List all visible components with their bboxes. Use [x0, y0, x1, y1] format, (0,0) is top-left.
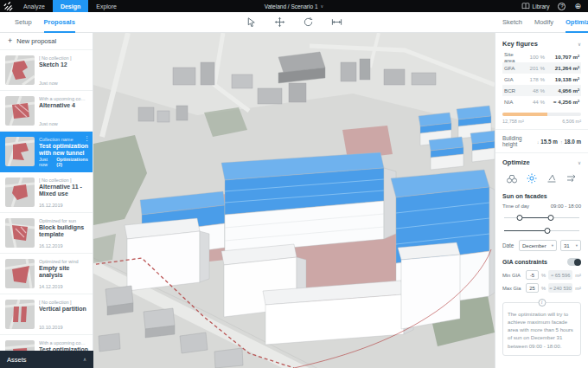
key-figure-row-nia: NIA 44 % ≈ 4,256 m²	[502, 96, 581, 107]
project-title: Vateland / Scenario 1	[265, 3, 318, 10]
nav-analyze[interactable]: Analyze	[16, 0, 53, 12]
time-range-handle-end[interactable]	[547, 215, 553, 221]
main-nav: Analyze Design Explore	[16, 0, 125, 12]
proposal-card-alternative-11[interactable]: [ No collection ] Alternative 11 - Mixed…	[0, 172, 93, 213]
move-icon[interactable]	[274, 16, 285, 28]
card-collection: With a upcoming comme...	[39, 96, 89, 101]
date-slider[interactable]	[504, 226, 579, 235]
toolbar: Setup Proposals Sketch Modify Optimize	[0, 12, 588, 33]
min-gia-row: Min GIA -5 % ≈ 65 596 m²	[502, 270, 581, 280]
progress-left-value: 12,758 m²	[502, 119, 524, 124]
key-figures-header[interactable]: Key figures ∨	[502, 40, 581, 48]
proposal-card-empty-site[interactable]: Optimized for wind Empty site analysis 1…	[0, 254, 93, 294]
optimize-title: Optimize	[502, 158, 530, 166]
card-collection: Collection name	[39, 137, 89, 142]
viewport-3d[interactable]	[93, 33, 495, 368]
topbar-right: Library ? ⊕	[521, 2, 588, 10]
viewport-tools	[93, 12, 495, 32]
project-title-dropdown[interactable]: Vateland / Scenario 1 ∨	[265, 3, 323, 10]
card-meta: 16.12.2019	[39, 203, 63, 208]
book-icon	[521, 2, 530, 10]
proposal-thumbnail	[5, 55, 35, 85]
optimizations-badge[interactable]: Optimizations (2)	[56, 157, 89, 167]
card-title: Empty site analysis	[39, 265, 89, 280]
time-range-slider[interactable]	[504, 213, 579, 222]
month-select[interactable]: December ▾	[519, 240, 557, 251]
min-gia-input[interactable]: -5	[526, 270, 539, 280]
card-collection: With a upcoming comme...	[39, 340, 89, 345]
card-collection: Optimized for sun	[39, 218, 89, 223]
card-collection: [ No collection ]	[39, 178, 89, 183]
globe-icon[interactable]: ⊕	[574, 3, 581, 10]
tab-modify[interactable]: Modify	[528, 12, 559, 32]
chevron-down-icon: ∨	[321, 3, 324, 9]
chevron-down-icon: ∨	[578, 160, 581, 165]
sun-icon[interactable]	[526, 172, 538, 184]
card-meta: 10.10.2019	[39, 325, 63, 330]
date-label: Date	[502, 242, 515, 249]
tab-optimize[interactable]: Optimize	[559, 12, 588, 32]
time-range-value: 09:00 - 18:00	[551, 203, 581, 209]
divider	[495, 129, 588, 130]
gia-constraints-toggle[interactable]	[567, 258, 581, 266]
tab-sketch[interactable]: Sketch	[496, 12, 528, 32]
min-gia-approx: ≈ 65 596	[548, 270, 572, 280]
key-figure-row-site-area: Site area 100 % 10,707 m²	[502, 51, 581, 62]
divider	[495, 152, 588, 153]
key-figure-row-gfa: GFA 201 % 21,264 m²	[502, 62, 581, 74]
optimize-mode-icons	[502, 170, 581, 185]
library-label: Library	[533, 3, 550, 10]
plus-icon: +	[8, 37, 12, 45]
optimize-panel: Key figures ∨ Site area 100 % 10,707 m² …	[495, 33, 588, 368]
nav-design[interactable]: Design	[53, 0, 88, 12]
building-height-min[interactable]: ↓ 15.5 m	[537, 139, 558, 145]
optimization-info-text: The optimization will try to achieve max…	[508, 311, 573, 349]
day-select[interactable]: 31 ▾	[560, 240, 581, 251]
terrain-icon[interactable]	[546, 172, 558, 184]
progress-right-value: 6,506 m²	[562, 119, 581, 124]
card-collection: [ No collection ]	[39, 300, 89, 305]
proposal-thumbnail	[5, 300, 35, 329]
optimization-info-box: i The optimization will try to achieve m…	[502, 302, 581, 356]
library-button[interactable]: Library	[521, 2, 550, 10]
info-icon: i	[538, 299, 546, 307]
nav-explore[interactable]: Explore	[88, 0, 125, 12]
optimize-header[interactable]: Optimize ∨	[502, 158, 581, 166]
kebab-menu-icon[interactable]: ⋮	[84, 135, 90, 141]
viewport-3d-scene	[93, 33, 495, 368]
date-slider-handle[interactable]	[544, 228, 550, 234]
right-tabs: Sketch Modify Optimize	[495, 12, 588, 32]
proposal-card-vertical-partition[interactable]: [ No collection ] Vertical partition 10.…	[0, 294, 93, 335]
building-height-max[interactable]: ↑ 18.0 m	[560, 139, 581, 145]
select-cursor-icon[interactable]	[246, 16, 257, 28]
card-title: Test optimization with new tunnel	[39, 143, 89, 157]
proposal-card-alternative-4[interactable]: With a upcoming comme... Alternative 4 J…	[0, 91, 93, 132]
app-logo[interactable]	[0, 0, 16, 12]
tab-proposals[interactable]: Proposals	[38, 12, 81, 32]
topbar: Analyze Design Explore Vateland / Scenar…	[0, 0, 588, 12]
time-range-handle-start[interactable]	[517, 215, 523, 221]
proposal-card-block-buildings[interactable]: Optimized for sun Block buildigns templa…	[0, 213, 93, 254]
measure-icon[interactable]	[331, 16, 342, 28]
proposal-thumbnail	[5, 259, 35, 288]
binoculars-icon[interactable]	[506, 172, 518, 184]
max-gia-input[interactable]: 25	[526, 283, 539, 293]
rotate-icon[interactable]	[303, 16, 314, 28]
card-title: Alternative 4	[39, 102, 89, 109]
card-title: Vertical partition	[39, 306, 89, 313]
card-meta: 16.12.2019	[39, 243, 63, 249]
tab-setup[interactable]: Setup	[9, 12, 38, 32]
min-gia-label: Min GIA	[502, 273, 523, 278]
building-height-label: Building height	[502, 135, 534, 147]
proposals-sidebar: + New proposal [ No collection ] Sketch …	[0, 33, 93, 368]
proposal-card-sketch-12[interactable]: [ No collection ] Sketch 12 Just now	[0, 50, 93, 91]
proposal-thumbnail	[5, 218, 35, 248]
wind-icon[interactable]	[566, 172, 578, 184]
new-proposal-button[interactable]: + New proposal	[0, 33, 93, 50]
new-proposal-label: New proposal	[16, 37, 56, 45]
help-icon[interactable]: ?	[558, 3, 566, 10]
proposal-card-test-optimization[interactable]: Collection name Test optimization with n…	[0, 132, 93, 172]
card-meta: Just now	[39, 157, 54, 167]
building-height-row: Building height ↓ 15.5 m ↑ 18.0 m	[502, 135, 581, 147]
assets-bar[interactable]: Assets ∧	[0, 351, 93, 368]
